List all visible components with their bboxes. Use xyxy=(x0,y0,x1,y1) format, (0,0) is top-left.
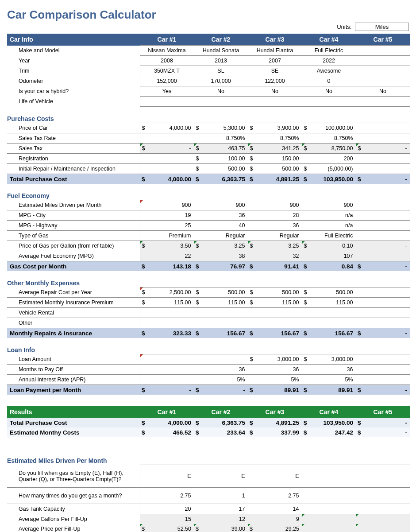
year-5[interactable] xyxy=(356,56,410,66)
gastype-5[interactable] xyxy=(356,231,410,241)
miles-3[interactable]: 900 xyxy=(248,200,302,210)
loanmo-4[interactable]: 36 xyxy=(302,365,356,375)
times-5[interactable] xyxy=(356,487,410,504)
tank-3[interactable]: 14 xyxy=(248,504,302,514)
odo-4[interactable]: 0 xyxy=(302,76,356,86)
tank-1[interactable]: 20 xyxy=(140,504,194,514)
times-4[interactable] xyxy=(302,487,356,504)
trim-5[interactable] xyxy=(356,66,410,76)
make-3[interactable]: Hundai Elantra xyxy=(248,46,302,56)
reg-3[interactable]: $150.00 xyxy=(248,154,302,164)
reg-2[interactable]: $100.00 xyxy=(194,154,248,164)
initrepair-5[interactable] xyxy=(356,164,410,174)
fill-1[interactable]: E xyxy=(140,465,194,488)
life-3[interactable] xyxy=(248,97,302,107)
trim-2[interactable]: SL xyxy=(194,66,248,76)
fill-2[interactable]: E xyxy=(194,465,248,488)
fill-4[interactable] xyxy=(302,465,356,488)
hwy-1[interactable]: 25 xyxy=(140,221,194,231)
miles-5[interactable] xyxy=(356,200,410,210)
odo-3[interactable]: 122,000 xyxy=(248,76,302,86)
gastype-1[interactable]: Premium xyxy=(140,231,194,241)
life-1[interactable] xyxy=(140,97,194,107)
rent-2[interactable] xyxy=(194,308,248,318)
ins-3[interactable]: $115.00 xyxy=(248,298,302,308)
reg-5[interactable] xyxy=(356,154,410,164)
hwy-5[interactable] xyxy=(356,221,410,231)
loanmo-3[interactable]: 36 xyxy=(248,365,302,375)
reg-4[interactable]: 200 xyxy=(302,154,356,164)
avgrepair-4[interactable]: $500.00 xyxy=(302,287,356,298)
taxrate-5[interactable] xyxy=(356,133,410,144)
trim-3[interactable]: SE xyxy=(248,66,302,76)
avgrepair-2[interactable]: $500.00 xyxy=(194,287,248,298)
apr-1[interactable] xyxy=(140,375,194,385)
oth-1[interactable] xyxy=(140,318,194,328)
oth-3[interactable] xyxy=(248,318,302,328)
hybrid-3[interactable]: No xyxy=(248,86,302,97)
price-4[interactable]: $100,000.00 xyxy=(302,123,356,133)
miles-2[interactable]: 900 xyxy=(194,200,248,210)
year-1[interactable]: 2008 xyxy=(140,56,194,66)
times-3[interactable]: 2.75 xyxy=(248,487,302,504)
times-2[interactable]: 1 xyxy=(194,487,248,504)
hybrid-4[interactable]: No xyxy=(302,86,356,97)
apr-3[interactable]: 5% xyxy=(248,375,302,385)
gastype-4[interactable]: Full Electric xyxy=(302,231,356,241)
taxrate-4[interactable]: 8.750% xyxy=(302,133,356,144)
initrepair-4[interactable]: $(5,000.00) xyxy=(302,164,356,174)
gastype-2[interactable]: Regular xyxy=(194,231,248,241)
avgrepair-1[interactable]: $2,500.00 xyxy=(140,287,194,298)
tank-4[interactable] xyxy=(302,504,356,514)
rent-4[interactable] xyxy=(302,308,356,318)
units-value[interactable]: Miles xyxy=(355,23,409,31)
hwy-4[interactable]: n/a xyxy=(302,221,356,231)
trim-1[interactable]: 350MZX T xyxy=(140,66,194,76)
rent-5[interactable] xyxy=(356,308,410,318)
loanmo-1[interactable] xyxy=(140,365,194,375)
taxrate-3[interactable]: 8.750% xyxy=(248,133,302,144)
times-1[interactable]: 2.75 xyxy=(140,487,194,504)
price-2[interactable]: $5,300.00 xyxy=(194,123,248,133)
year-4[interactable]: 2022 xyxy=(302,56,356,66)
hwy-3[interactable]: 36 xyxy=(248,221,302,231)
make-1[interactable]: Nissan Maxima xyxy=(140,46,194,56)
initrepair-2[interactable]: $500.00 xyxy=(194,164,248,174)
gastype-3[interactable]: Regular xyxy=(248,231,302,241)
reg-1[interactable] xyxy=(140,154,194,164)
oth-5[interactable] xyxy=(356,318,410,328)
loanamt-5[interactable] xyxy=(356,354,410,365)
odo-5[interactable] xyxy=(356,76,410,86)
hwy-2[interactable]: 40 xyxy=(194,221,248,231)
city-1[interactable]: 19 xyxy=(140,210,194,221)
tank-5[interactable] xyxy=(356,504,410,514)
miles-1[interactable]: 900 xyxy=(140,200,194,210)
loanamt-4[interactable]: $3,000.00 xyxy=(302,354,356,365)
ins-5[interactable] xyxy=(356,298,410,308)
ins-2[interactable]: $115.00 xyxy=(194,298,248,308)
odo-2[interactable]: 170,000 xyxy=(194,76,248,86)
apr-2[interactable]: 5% xyxy=(194,375,248,385)
initrepair-3[interactable]: $500.00 xyxy=(248,164,302,174)
life-5[interactable] xyxy=(356,97,410,107)
miles-4[interactable]: 900 xyxy=(302,200,356,210)
initrepair-1[interactable] xyxy=(140,164,194,174)
trim-4[interactable]: Awesome xyxy=(302,66,356,76)
taxrate-1[interactable] xyxy=(140,133,194,144)
year-3[interactable]: 2007 xyxy=(248,56,302,66)
make-4[interactable]: Full Electric xyxy=(302,46,356,56)
hybrid-1[interactable]: Yes xyxy=(140,86,194,97)
life-4[interactable] xyxy=(302,97,356,107)
ins-1[interactable]: $115.00 xyxy=(140,298,194,308)
ins-4[interactable]: $115.00 xyxy=(302,298,356,308)
city-2[interactable]: 36 xyxy=(194,210,248,221)
avgrepair-5[interactable] xyxy=(356,287,410,298)
price-5[interactable] xyxy=(356,123,410,133)
fill-5[interactable] xyxy=(356,465,410,488)
loanamt-2[interactable] xyxy=(194,354,248,365)
hybrid-2[interactable]: No xyxy=(194,86,248,97)
loanmo-2[interactable]: 36 xyxy=(194,365,248,375)
fill-3[interactable]: E xyxy=(248,465,302,488)
oth-2[interactable] xyxy=(194,318,248,328)
tank-2[interactable]: 17 xyxy=(194,504,248,514)
